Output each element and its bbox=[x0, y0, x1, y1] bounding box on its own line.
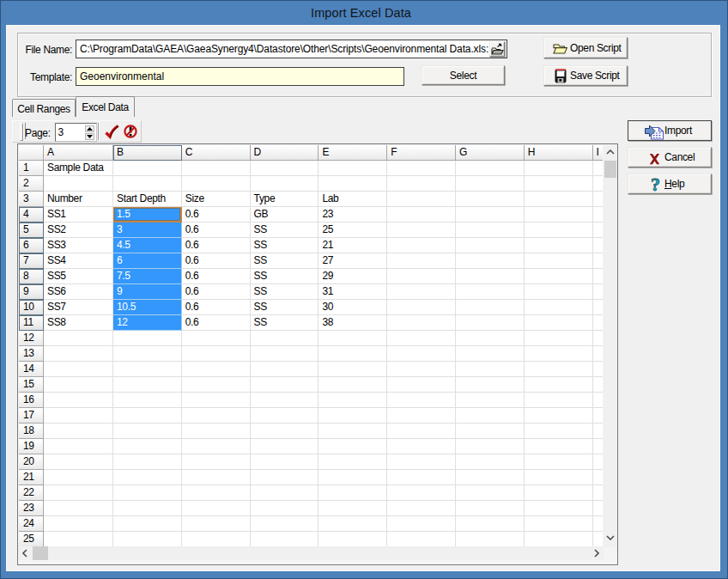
svg-text:?: ? bbox=[651, 175, 660, 194]
